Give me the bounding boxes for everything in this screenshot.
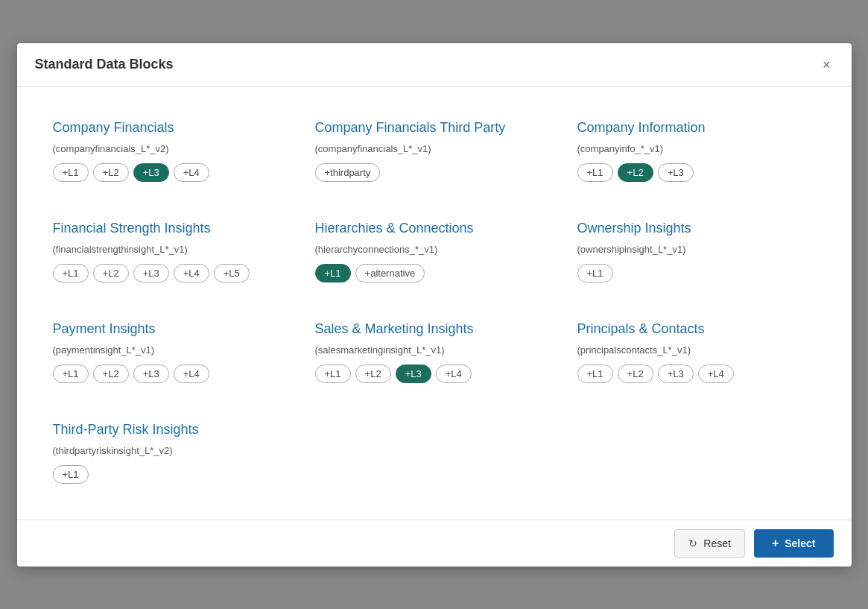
block-tags-financial-strength-insights: +L1+L2+L3+L4+L5 xyxy=(53,264,291,283)
block-title-company-financials-third-party[interactable]: Company Financials Third Party xyxy=(315,120,554,136)
tag-financial-strength-insights-4[interactable]: +L5 xyxy=(214,264,250,283)
tag-payment-insights-2[interactable]: +L3 xyxy=(133,365,169,383)
tag-hierarchies-connections-0[interactable]: +L1 xyxy=(315,264,351,283)
block-card-company-financials: Company Financials(companyfinancials_L*_… xyxy=(41,105,303,200)
block-subtitle-hierarchies-connections: (hierarchyconnections_*_v1) xyxy=(315,244,554,255)
tag-principals-contacts-3[interactable]: +L4 xyxy=(698,365,734,383)
block-title-company-financials[interactable]: Company Financials xyxy=(53,120,291,136)
tag-company-financials-2[interactable]: +L3 xyxy=(133,163,169,182)
block-tags-payment-insights: +L1+L2+L3+L4 xyxy=(53,365,291,383)
tag-hierarchies-connections-1[interactable]: +alternative xyxy=(355,264,425,283)
tag-company-financials-1[interactable]: +L2 xyxy=(93,163,129,182)
tag-company-information-0[interactable]: +L1 xyxy=(577,163,613,182)
block-tags-company-financials: +L1+L2+L3+L4 xyxy=(53,163,291,182)
tag-company-information-1[interactable]: +L2 xyxy=(618,163,653,182)
block-title-payment-insights[interactable]: Payment Insights xyxy=(53,321,291,337)
block-card-principals-contacts: Principals & Contacts(principalscontacts… xyxy=(566,306,828,401)
tag-principals-contacts-0[interactable]: +L1 xyxy=(577,365,613,383)
standard-data-blocks-modal: Standard Data Blocks × Company Financial… xyxy=(17,43,852,567)
block-subtitle-company-financials: (companyfinancials_L*_v2) xyxy=(53,143,291,154)
block-subtitle-principals-contacts: (principalscontacts_L*_v1) xyxy=(577,344,816,356)
reset-label: Reset xyxy=(703,537,731,549)
tag-company-financials-third-party-0[interactable]: +thirdparty xyxy=(315,163,381,182)
block-subtitle-sales-marketing-insights: (salesmarketinginsight_L*_v1) xyxy=(315,344,554,356)
tag-principals-contacts-2[interactable]: +L3 xyxy=(658,365,694,383)
block-subtitle-company-financials-third-party: (companyfinancials_L*_v1) xyxy=(315,143,554,154)
block-card-hierarchies-connections: Hierarchies & Connections(hierarchyconne… xyxy=(303,206,566,300)
blocks-grid: Company Financials(companyfinancials_L*_… xyxy=(41,105,828,502)
tag-sales-marketing-insights-0[interactable]: +L1 xyxy=(315,365,351,383)
close-button[interactable]: × xyxy=(820,55,834,75)
block-tags-principals-contacts: +L1+L2+L3+L4 xyxy=(577,365,816,383)
tag-principals-contacts-1[interactable]: +L2 xyxy=(618,365,653,383)
block-subtitle-third-party-risk-insights: (thirdpartyriskinsight_L*_v2) xyxy=(53,445,291,456)
block-title-third-party-risk-insights[interactable]: Third-Party Risk Insights xyxy=(53,422,291,438)
tag-company-financials-0[interactable]: +L1 xyxy=(53,163,89,182)
tag-financial-strength-insights-3[interactable]: +L4 xyxy=(174,264,209,283)
modal-overlay: Standard Data Blocks × Company Financial… xyxy=(0,0,868,609)
tag-financial-strength-insights-2[interactable]: +L3 xyxy=(133,264,169,283)
block-tags-sales-marketing-insights: +L1+L2+L3+L4 xyxy=(315,365,554,383)
block-card-financial-strength-insights: Financial Strength Insights(financialstr… xyxy=(41,206,303,300)
block-title-financial-strength-insights[interactable]: Financial Strength Insights xyxy=(53,221,291,236)
block-tags-third-party-risk-insights: +L1 xyxy=(53,465,291,484)
block-card-ownership-insights: Ownership Insights(ownershipinsight_L*_v… xyxy=(566,206,828,300)
block-card-company-information: Company Information(companyinfo_*_v1)+L1… xyxy=(566,105,828,200)
tag-financial-strength-insights-0[interactable]: +L1 xyxy=(53,264,89,283)
block-subtitle-company-information: (companyinfo_*_v1) xyxy=(577,143,816,154)
modal-title: Standard Data Blocks xyxy=(35,57,174,72)
block-card-payment-insights: Payment Insights(paymentinsight_L*_v1)+L… xyxy=(41,306,303,401)
tag-payment-insights-3[interactable]: +L4 xyxy=(174,365,209,383)
reset-button[interactable]: ↻ Reset xyxy=(674,529,745,558)
block-tags-company-information: +L1+L2+L3 xyxy=(577,163,816,182)
tag-financial-strength-insights-1[interactable]: +L2 xyxy=(93,264,129,283)
block-tags-company-financials-third-party: +thirdparty xyxy=(315,163,554,182)
block-tags-ownership-insights: +L1 xyxy=(577,264,816,283)
tag-third-party-risk-insights-0[interactable]: +L1 xyxy=(53,465,89,484)
block-subtitle-payment-insights: (paymentinsight_L*_v1) xyxy=(53,344,291,356)
block-title-principals-contacts[interactable]: Principals & Contacts xyxy=(577,321,816,337)
block-title-company-information[interactable]: Company Information xyxy=(577,120,816,136)
plus-icon: + xyxy=(772,537,779,550)
tag-payment-insights-1[interactable]: +L2 xyxy=(93,365,129,383)
block-card-sales-marketing-insights: Sales & Marketing Insights(salesmarketin… xyxy=(303,306,566,401)
modal-body: Company Financials(companyfinancials_L*_… xyxy=(17,87,852,520)
select-button[interactable]: + Select xyxy=(754,529,834,558)
tag-sales-marketing-insights-2[interactable]: +L3 xyxy=(396,365,431,383)
block-card-third-party-risk-insights: Third-Party Risk Insights(thirdpartyrisk… xyxy=(41,407,303,502)
tag-ownership-insights-0[interactable]: +L1 xyxy=(577,264,613,283)
tag-sales-marketing-insights-3[interactable]: +L4 xyxy=(436,365,472,383)
block-tags-hierarchies-connections: +L1+alternative xyxy=(315,264,554,283)
block-subtitle-financial-strength-insights: (financialstrengthinsight_L*_v1) xyxy=(53,244,291,255)
block-title-ownership-insights[interactable]: Ownership Insights xyxy=(577,221,816,236)
block-title-hierarchies-connections[interactable]: Hierarchies & Connections xyxy=(315,221,554,236)
block-subtitle-ownership-insights: (ownershipinsight_L*_v1) xyxy=(577,244,816,255)
select-label: Select xyxy=(785,537,815,549)
modal-header: Standard Data Blocks × xyxy=(17,43,852,87)
reset-icon: ↻ xyxy=(688,537,697,549)
tag-payment-insights-0[interactable]: +L1 xyxy=(53,365,89,383)
tag-company-information-2[interactable]: +L3 xyxy=(658,163,694,182)
block-card-company-financials-third-party: Company Financials Third Party(companyfi… xyxy=(303,105,566,200)
tag-sales-marketing-insights-1[interactable]: +L2 xyxy=(355,365,391,383)
tag-company-financials-3[interactable]: +L4 xyxy=(174,163,209,182)
block-title-sales-marketing-insights[interactable]: Sales & Marketing Insights xyxy=(315,321,554,337)
modal-footer: ↻ Reset + Select xyxy=(17,520,852,567)
